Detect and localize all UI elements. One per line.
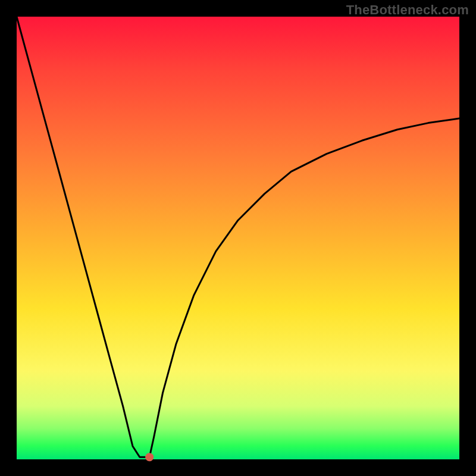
minimum-marker [145,453,154,461]
plot-area [17,17,459,459]
curve-svg [17,17,459,459]
watermark-text: TheBottleneck.com [346,2,469,18]
chart-frame: TheBottleneck.com [0,0,476,476]
curve-right-branch [149,118,459,457]
curve-left-branch [17,17,145,457]
